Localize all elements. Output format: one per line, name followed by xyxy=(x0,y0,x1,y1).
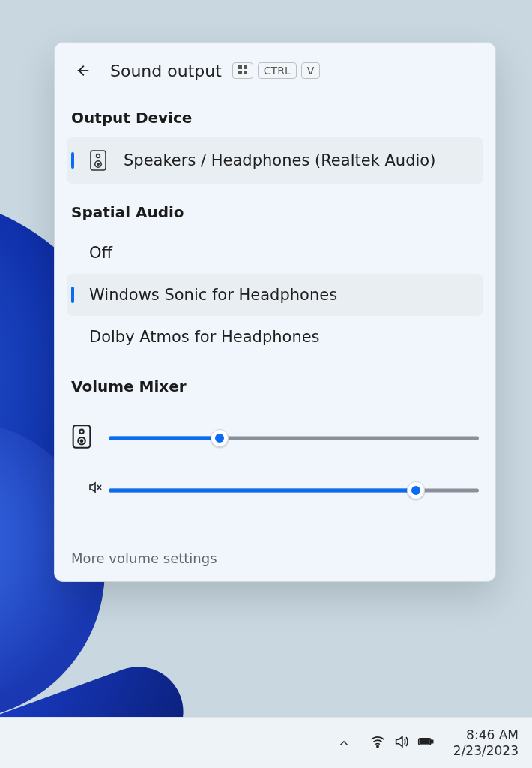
spatial-option-label: Dolby Atmos for Headphones xyxy=(76,328,320,346)
slider-thumb[interactable] xyxy=(211,429,229,447)
svg-rect-1 xyxy=(244,65,247,69)
svg-rect-15 xyxy=(420,740,429,743)
quick-settings-button[interactable] xyxy=(362,729,441,758)
taskbar-date: 2/23/2023 xyxy=(453,743,519,758)
spatial-option-sonic[interactable]: Windows Sonic for Headphones xyxy=(67,274,483,316)
key-windows xyxy=(232,62,253,79)
svg-rect-3 xyxy=(244,70,247,74)
output-device-row[interactable]: Speakers / Headphones (Realtek Audio) xyxy=(67,137,483,184)
slider-fill xyxy=(109,436,220,440)
taskbar-time: 8:46 AM xyxy=(453,728,519,742)
svg-point-7 xyxy=(97,164,99,165)
key-v: V xyxy=(301,62,321,79)
output-device-label: Speakers / Headphones (Realtek Audio) xyxy=(122,152,435,170)
mixer-row-edge xyxy=(71,464,479,517)
windows-logo-icon xyxy=(238,64,247,76)
spatial-option-off[interactable]: Off xyxy=(67,232,483,274)
more-volume-settings-link[interactable]: More volume settings xyxy=(71,550,217,566)
svg-rect-2 xyxy=(238,70,242,74)
spatial-audio-heading: Spatial Audio xyxy=(55,184,495,232)
spatial-option-label: Off xyxy=(76,244,112,262)
key-ctrl: CTRL xyxy=(258,62,297,79)
volume-icon xyxy=(393,734,410,753)
slider-fill xyxy=(109,489,416,493)
spatial-option-dolby[interactable]: Dolby Atmos for Headphones xyxy=(67,316,483,358)
back-button[interactable] xyxy=(71,59,94,82)
clock-button[interactable]: 8:46 AM 2/23/2023 xyxy=(449,724,523,761)
output-device-heading: Output Device xyxy=(55,89,495,137)
svg-rect-0 xyxy=(238,65,242,69)
spatial-option-label: Windows Sonic for Headphones xyxy=(76,286,337,304)
muted-icon xyxy=(88,480,103,498)
speaker-icon xyxy=(89,149,107,172)
sound-output-flyout: Sound output CTRL V Output Device Speake… xyxy=(54,42,496,582)
svg-point-11 xyxy=(81,440,83,442)
selection-indicator xyxy=(71,286,74,303)
svg-point-12 xyxy=(377,746,378,747)
volume-mixer-heading: Volume Mixer xyxy=(55,358,495,406)
mixer-row-system xyxy=(71,412,479,464)
mixer-slider-edge[interactable] xyxy=(109,482,479,500)
battery-icon xyxy=(417,734,434,753)
selection-indicator xyxy=(71,152,74,169)
mixer-slider-system[interactable] xyxy=(109,429,479,447)
svg-point-9 xyxy=(79,429,83,433)
slider-thumb[interactable] xyxy=(407,482,425,500)
flyout-footer: More volume settings xyxy=(55,535,495,581)
svg-point-5 xyxy=(97,154,100,158)
shortcut-hint: CTRL V xyxy=(232,62,320,79)
taskbar: 8:46 AM 2/23/2023 xyxy=(0,717,532,768)
wifi-icon xyxy=(369,734,386,753)
speaker-icon[interactable] xyxy=(71,424,94,452)
svg-rect-14 xyxy=(431,740,432,742)
tray-overflow-button[interactable] xyxy=(333,733,354,754)
panel-title: Sound output xyxy=(110,62,222,80)
